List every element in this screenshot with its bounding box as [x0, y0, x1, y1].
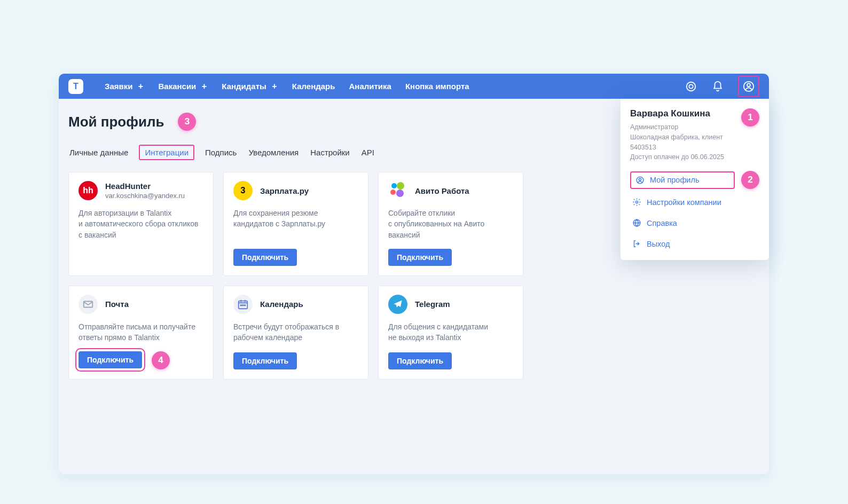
card-description: Для общения с кандидатами не выходя из T… [388, 321, 513, 344]
popover-user-name: Варвара Кошкина [630, 108, 736, 119]
mail-icon [78, 295, 98, 314]
nav-item-import[interactable]: Кнопка импорта [405, 82, 469, 91]
popover-link-label: Выход [647, 240, 670, 248]
popover-link-logout[interactable]: Выход [630, 236, 759, 251]
profile-icon-highlight [738, 76, 759, 97]
headhunter-icon: hh [78, 181, 98, 200]
popover-link-company-settings[interactable]: Настройки компании [630, 194, 759, 210]
nav-label: Кандидаты [222, 82, 266, 91]
tab-signature[interactable]: Подпись [204, 145, 238, 160]
card-description: Для авторизации в Talantix и автоматичес… [78, 208, 203, 266]
card-description: Для сохранения резюме кандидатов с Зарпл… [233, 208, 358, 240]
tab-integrations[interactable]: Интеграции [139, 145, 194, 160]
avito-icon [388, 181, 407, 200]
connect-button[interactable]: Подключить [78, 351, 142, 368]
profile-icon[interactable] [742, 80, 755, 93]
card-title: Зарплата.ру [260, 186, 309, 195]
popover-role: Администратор [630, 122, 736, 132]
integration-card-avito: Авито Работа Собирайте отклики с опублик… [378, 172, 523, 276]
svg-point-5 [639, 178, 641, 180]
nav-label: Вакансии [158, 82, 196, 91]
integration-card-zarplata: 3 Зарплата.ру Для сохранения резюме канд… [223, 172, 368, 276]
calendar-icon [233, 295, 253, 314]
gear-icon [632, 198, 641, 207]
svg-point-6 [635, 201, 638, 203]
user-circle-icon [635, 176, 645, 185]
svg-point-1 [689, 84, 693, 88]
card-title: Авито Работа [415, 186, 469, 195]
integration-card-calendar: Календарь Встречи будут отображаться в р… [223, 286, 368, 380]
connect-button[interactable]: Подключить [233, 352, 297, 369]
tab-notifications[interactable]: Уведомления [247, 145, 300, 160]
nav-items: Заявки + Вакансии + Кандидаты + Календар… [105, 82, 469, 91]
logo-letter: T [73, 82, 78, 91]
popover-access: Доступ оплачен до 06.06.2025 [630, 152, 736, 162]
zarplata-icon: 3 [233, 181, 253, 200]
integration-card-headhunter: hh HeadHunter var.koschkina@yandex.ru Дл… [68, 172, 214, 276]
topbar: T Заявки + Вакансии + Кандидаты + Календ… [59, 74, 769, 99]
popover-company: Шоколадная фабрика, клиент 5403513 [630, 132, 736, 153]
nav-label: Заявки [105, 82, 132, 91]
annotation-badge-4: 4 [152, 351, 170, 369]
integration-card-mail: Почта Отправляйте письма и получайте отв… [68, 286, 214, 380]
integration-card-telegram: Telegram Для общения с кандидатами не вы… [378, 286, 523, 380]
connect-button[interactable]: Подключить [388, 352, 452, 369]
card-title: Telegram [415, 300, 450, 309]
bell-icon[interactable] [711, 80, 724, 93]
help-circle-icon[interactable] [685, 80, 697, 93]
popover-link-label: Мой профиль [650, 176, 699, 184]
annotation-badge-2: 2 [741, 171, 759, 189]
popover-link-my-profile[interactable]: Мой профиль [630, 171, 735, 189]
app-window: T Заявки + Вакансии + Кандидаты + Календ… [59, 74, 769, 474]
tab-settings[interactable]: Настройки [309, 145, 351, 160]
card-title: Календарь [260, 300, 303, 309]
nav-item-calendar[interactable]: Календарь [292, 82, 335, 91]
nav-label: Календарь [292, 82, 335, 91]
nav-label: Кнопка импорта [405, 82, 469, 91]
svg-point-12 [245, 305, 246, 306]
telegram-icon [388, 295, 407, 314]
card-subtitle: var.koschkina@yandex.ru [105, 192, 185, 200]
annotation-badge-3: 3 [178, 113, 196, 131]
nav-label: Аналитика [349, 82, 391, 91]
globe-icon [632, 218, 641, 227]
nav-item-vacancies[interactable]: Вакансии + [158, 82, 208, 91]
page-title: Мой профиль [68, 114, 164, 130]
logout-icon [632, 239, 641, 248]
tab-api[interactable]: API [360, 145, 375, 160]
nav-item-requests[interactable]: Заявки + [105, 82, 144, 91]
svg-point-0 [687, 82, 696, 91]
svg-point-11 [242, 305, 244, 306]
svg-point-10 [240, 305, 241, 306]
card-title: HeadHunter [105, 182, 185, 191]
popover-link-help[interactable]: Справка [630, 215, 759, 231]
tab-personal[interactable]: Личные данные [68, 145, 129, 160]
plus-icon[interactable]: + [200, 83, 208, 90]
popover-link-label: Справка [647, 219, 677, 227]
app-logo[interactable]: T [68, 79, 83, 94]
connect-button[interactable]: Подключить [233, 249, 297, 266]
card-description: Отправляйте письма и получайте ответы пр… [78, 321, 203, 343]
nav-item-candidates[interactable]: Кандидаты + [222, 82, 278, 91]
svg-point-3 [747, 83, 750, 86]
profile-popover: Варвара Кошкина Администратор Шоколадная… [621, 99, 769, 260]
connect-button[interactable]: Подключить [388, 249, 452, 266]
annotation-badge-1: 1 [741, 108, 759, 127]
plus-icon[interactable]: + [271, 83, 278, 90]
nav-item-analytics[interactable]: Аналитика [349, 82, 391, 91]
card-description: Собирайте отклики с опубликованных на Ав… [388, 208, 513, 240]
card-title: Почта [105, 300, 129, 309]
popover-links: Мой профиль 2 Настройки компании Справка… [630, 171, 759, 251]
card-description: Встречи будут отображаться в рабочем кал… [233, 321, 358, 344]
popover-link-label: Настройки компании [647, 198, 721, 207]
plus-icon[interactable]: + [137, 83, 144, 90]
popover-user-meta: Администратор Шоколадная фабрика, клиент… [630, 122, 736, 162]
topbar-right [685, 76, 759, 97]
